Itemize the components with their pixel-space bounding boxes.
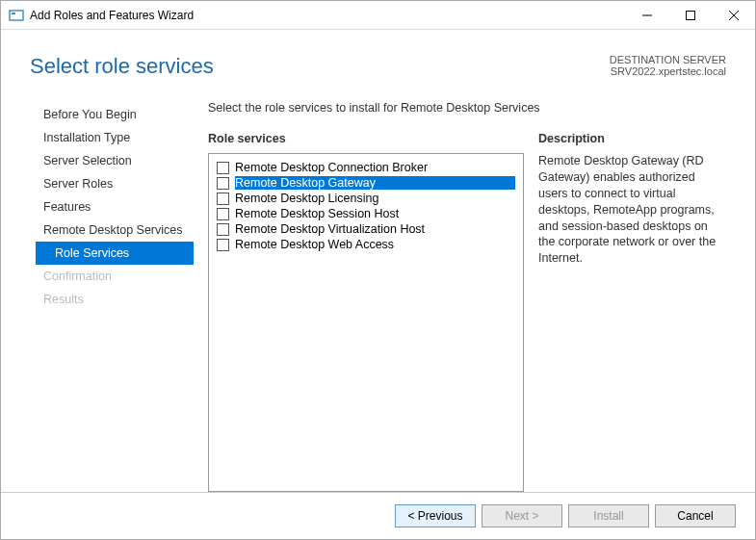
next-button[interactable]: Next >: [482, 504, 562, 527]
install-button[interactable]: Install: [568, 504, 649, 527]
footer: < Previous Next > Install Cancel: [1, 492, 755, 539]
close-button[interactable]: [712, 1, 755, 29]
previous-button[interactable]: < Previous: [395, 504, 476, 527]
sidebar-item[interactable]: Features: [36, 195, 194, 219]
role-service-item[interactable]: Remote Desktop Licensing: [213, 191, 519, 206]
instruction-text: Select the role services to install for …: [208, 93, 726, 132]
sidebar-item[interactable]: Installation Type: [36, 126, 194, 149]
role-service-label: Remote Desktop Web Access: [235, 238, 515, 251]
page-title: Select role services: [30, 54, 214, 79]
sidebar-item[interactable]: Role Services: [36, 242, 194, 265]
role-services-header: Role services: [208, 132, 524, 145]
role-service-label: Remote Desktop Gateway: [235, 176, 515, 190]
sidebar-item[interactable]: Server Selection: [36, 149, 194, 172]
main-columns: Role services Remote Desktop Connection …: [208, 132, 726, 492]
header: Select role services DESTINATION SERVER …: [1, 30, 755, 93]
minimize-button[interactable]: [625, 1, 668, 29]
checkbox-icon[interactable]: [217, 223, 229, 236]
destination-server-name: SRV2022.xpertstec.local: [610, 65, 726, 77]
sidebar-item[interactable]: Before You Begin: [36, 103, 194, 126]
sidebar-item[interactable]: Server Roles: [36, 172, 194, 195]
sidebar-item: Confirmation: [36, 265, 194, 288]
titlebar-controls: [625, 1, 755, 29]
checkbox-icon[interactable]: [217, 162, 229, 174]
role-service-item[interactable]: Remote Desktop Virtualization Host: [213, 221, 519, 237]
role-service-label: Remote Desktop Virtualization Host: [235, 222, 515, 236]
titlebar: Add Roles and Features Wizard: [1, 1, 755, 30]
role-service-label: Remote Desktop Licensing: [235, 192, 515, 205]
checkbox-icon[interactable]: [217, 208, 229, 220]
description-text: Remote Desktop Gateway (RD Gateway) enab…: [538, 153, 726, 267]
checkbox-icon[interactable]: [217, 239, 229, 251]
main-panel: Select the role services to install for …: [194, 93, 736, 492]
svg-rect-0: [10, 11, 23, 20]
cancel-button[interactable]: Cancel: [655, 504, 736, 527]
description-column: Description Remote Desktop Gateway (RD G…: [538, 132, 726, 492]
svg-rect-1: [12, 13, 15, 14]
role-service-item[interactable]: Remote Desktop Session Host: [213, 206, 519, 221]
role-service-item[interactable]: Remote Desktop Web Access: [213, 237, 519, 252]
destination-server: DESTINATION SERVER SRV2022.xpertstec.loc…: [610, 54, 726, 77]
app-icon: [9, 8, 24, 23]
destination-server-label: DESTINATION SERVER: [610, 54, 726, 65]
maximize-button[interactable]: [668, 1, 712, 29]
checkbox-icon[interactable]: [217, 193, 229, 205]
role-service-label: Remote Desktop Connection Broker: [235, 161, 515, 174]
content: Before You BeginInstallation TypeServer …: [1, 93, 755, 492]
sidebar: Before You BeginInstallation TypeServer …: [20, 93, 194, 492]
role-service-label: Remote Desktop Session Host: [235, 207, 515, 220]
role-service-item[interactable]: Remote Desktop Connection Broker: [213, 160, 519, 175]
role-services-list[interactable]: Remote Desktop Connection BrokerRemote D…: [208, 153, 524, 492]
checkbox-icon[interactable]: [217, 177, 229, 190]
sidebar-item: Results: [36, 288, 194, 311]
svg-rect-3: [686, 11, 694, 19]
sidebar-item[interactable]: Remote Desktop Services: [36, 219, 194, 242]
role-service-item[interactable]: Remote Desktop Gateway: [213, 175, 519, 191]
role-services-column: Role services Remote Desktop Connection …: [208, 132, 524, 492]
titlebar-title: Add Roles and Features Wizard: [30, 9, 194, 22]
description-header: Description: [538, 132, 726, 145]
